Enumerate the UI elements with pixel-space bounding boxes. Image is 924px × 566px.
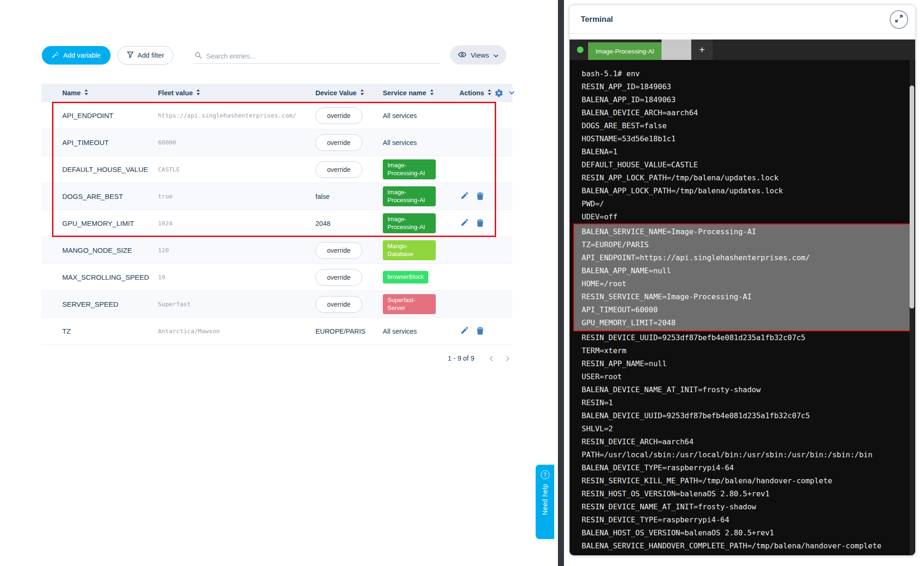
fleet-value[interactable]: https://api.singlehashenterprises.com/: [158, 112, 315, 119]
question-icon: ?: [541, 470, 550, 479]
service-badge: browserBlock: [383, 271, 428, 283]
variable-name: MANGO_NODE_SIZE: [62, 246, 158, 254]
add-terminal-tab-button[interactable]: +: [691, 39, 713, 60]
terminal-header-gap: [570, 34, 915, 39]
fleet-value[interactable]: 1024: [158, 220, 315, 227]
edit-icon[interactable]: [459, 326, 469, 337]
column-header-fleet-value[interactable]: Fleet value: [158, 89, 315, 97]
fleet-value[interactable]: CASTLE: [158, 166, 315, 173]
override-button[interactable]: override: [315, 242, 362, 259]
terminal-line: RESIN_SERVICE_NAME=Image-Processing-AI: [582, 290, 911, 303]
terminal-tab-image-processing-ai[interactable]: Image-Processing-AI: [588, 42, 662, 60]
terminal-line: BALENA_DEVICE_TYPE=raspberrypi4-64: [582, 461, 906, 474]
override-button[interactable]: override: [315, 296, 362, 313]
table-row-mango_node_size: MANGO_NODE_SIZE120overrideMango-Database: [41, 237, 512, 264]
terminal-line: BALENA=1: [582, 145, 906, 158]
terminal-line: DEFAULT_HOUSE_VALUE=CASTLE: [582, 158, 906, 171]
terminal-output[interactable]: bash-5.1# envRESIN_APP_ID=1849063BALENA_…: [570, 60, 915, 556]
column-header-service-name[interactable]: Service name: [383, 89, 459, 97]
fleet-value[interactable]: 120: [158, 247, 315, 254]
delete-icon[interactable]: [476, 191, 485, 202]
override-button[interactable]: override: [315, 134, 362, 151]
search-entries: [195, 49, 440, 64]
variable-name: API_TIMEOUT: [62, 138, 158, 146]
need-help-tab[interactable]: ? Need help: [536, 465, 554, 539]
views-icon: [458, 51, 466, 59]
edit-icon[interactable]: [459, 191, 469, 202]
terminal-scrollbar-thumb[interactable]: [910, 86, 914, 309]
column-header-name[interactable]: Name: [62, 89, 158, 97]
terminal-line: TERM=xterm: [582, 344, 906, 357]
variable-name: DEFAULT_HOUSE_VALUE: [62, 165, 158, 173]
override-button[interactable]: override: [315, 269, 362, 286]
fleet-value[interactable]: true: [158, 193, 315, 200]
terminal-line: DOGS_ARE_BEST=false: [582, 119, 906, 132]
add-filter-label: Add filter: [138, 52, 164, 59]
expand-terminal-button[interactable]: [890, 10, 908, 29]
views-button[interactable]: Views: [450, 45, 506, 65]
variables-table: Name Fleet value Device Value Service na…: [41, 84, 512, 345]
sort-icon: [430, 89, 434, 97]
device-value-cell: 2048: [315, 219, 383, 228]
terminal-line: BALENA_APP_ID=1849063: [582, 93, 906, 106]
terminal-tab-bar: Image-Processing-AI +: [570, 39, 915, 60]
override-button[interactable]: override: [315, 161, 362, 178]
edit-icon[interactable]: [459, 218, 469, 229]
variable-name: TZ: [62, 327, 158, 335]
sort-icon: [196, 89, 200, 97]
prev-page-icon[interactable]: ‹: [486, 352, 496, 364]
device-value-cell: EUROPE/PARIS: [315, 327, 383, 336]
chevron-down-icon: [493, 51, 498, 59]
terminal-line: API_TIMEOUT=60000: [582, 303, 911, 316]
service-name-cell: Image-Processing-AI: [383, 213, 459, 233]
filter-icon: [127, 51, 134, 59]
device-value-cell: override: [315, 269, 383, 286]
add-variable-label: Add variable: [63, 52, 101, 59]
device-value-cell: override: [315, 161, 383, 178]
terminal-line: BALENA_APP_NAME=null: [582, 264, 911, 277]
table-header-row: Name Fleet value Device Value Service na…: [41, 84, 512, 102]
next-page-icon[interactable]: ›: [503, 352, 512, 364]
device-value: false: [315, 193, 330, 200]
terminal-line: RESIN_DEVICE_UUID=9253df87befb4e081d235a…: [582, 331, 906, 344]
service-badge: Image-Processing-AI: [383, 186, 436, 206]
fleet-value[interactable]: Antarctica/Mawson: [158, 328, 315, 335]
column-header-device-value[interactable]: Device Value: [315, 89, 383, 97]
add-variable-button[interactable]: Add variable: [42, 46, 111, 65]
override-button[interactable]: override: [315, 107, 362, 124]
service-name: All services: [383, 112, 417, 119]
device-value-cell: override: [315, 242, 383, 259]
gear-icon[interactable]: [495, 89, 503, 97]
panel-divider[interactable]: [558, 0, 564, 566]
terminal-line: SHLVL=2: [582, 422, 906, 435]
views-label: Views: [471, 51, 489, 59]
variable-name: GPU_MEMORY_LIMIT: [62, 219, 158, 227]
terminal-line: RESIN_APP_ID=1849063: [582, 80, 906, 93]
search-input[interactable]: [206, 53, 440, 60]
terminal-line: BALENA_SERVICE_NAME=Image-Processing-AI: [582, 225, 911, 238]
terminal-line: GPU_MEMORY_LIMIT=2048: [582, 316, 911, 329]
variable-name: API_ENDPOINT: [62, 112, 158, 119]
terminal-tab-label: Image-Processing-AI: [596, 48, 654, 55]
terminal-line: HOSTNAME=53d56e18b1c1: [582, 132, 906, 145]
device-value: 2048: [315, 220, 330, 227]
terminal-line: RESIN_SERVICE_KILL_ME_PATH=/tmp/balena/h…: [582, 474, 906, 487]
terminal-line: RESIN=1: [582, 396, 906, 409]
variable-name: SERVER_SPEED: [62, 300, 158, 308]
fleet-value[interactable]: 19: [158, 274, 315, 281]
terminal-line: BALENA_APP_LOCK_PATH=/tmp/balena/updates…: [582, 184, 906, 197]
delete-icon[interactable]: [476, 326, 485, 337]
table-row-server_speed: SERVER_SPEEDSuperfastoverrideSuperfast-S…: [41, 291, 512, 318]
column-header-actions[interactable]: Actions: [459, 89, 519, 97]
fleet-value[interactable]: 60000: [158, 139, 315, 146]
device-value-cell: false: [315, 192, 383, 201]
column-label: Service name: [383, 89, 426, 97]
table-row-default_house_value: DEFAULT_HOUSE_VALUECASTLEoverrideImage-P…: [41, 156, 512, 183]
add-filter-button[interactable]: Add filter: [118, 46, 173, 65]
terminal-line: PATH=/usr/local/sbin:/usr/local/bin:/usr…: [582, 448, 906, 461]
fleet-value[interactable]: Superfast: [158, 301, 315, 308]
header-chevron-down-icon[interactable]: [509, 91, 515, 95]
terminal-line: TZ=EUROPE/PARIS: [582, 238, 911, 251]
delete-icon[interactable]: [476, 218, 485, 229]
actions-cell: [459, 326, 512, 337]
